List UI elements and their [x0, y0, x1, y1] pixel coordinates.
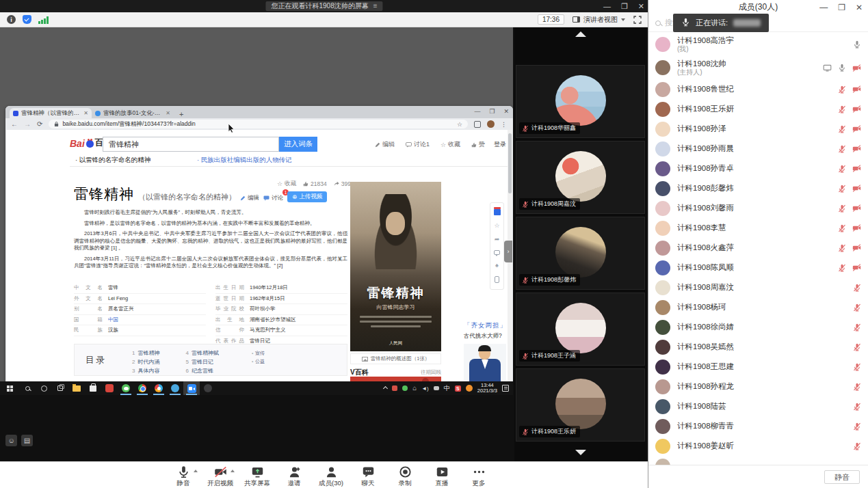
member-row[interactable]: 计科1908沈帅 (主持人) — [648, 56, 868, 79]
browser-tab[interactable]: 雷锋的故事01-文化-高清完整正...✕ — [92, 108, 174, 118]
member-row[interactable]: 计科1908火鑫萍 — [648, 238, 868, 258]
bookmark-star-icon[interactable]: ☆ — [457, 121, 462, 128]
tray-chevron-up-icon[interactable] — [383, 385, 388, 390]
browser-menu-icon[interactable]: ⋮ — [501, 121, 508, 128]
game-taskbar-icon[interactable] — [200, 381, 216, 395]
member-row[interactable]: 计科1908徐尚婧 — [648, 317, 868, 337]
leifeng-poster-image[interactable]: 雷锋精神 向雷锋同志学习 人民网 — [350, 182, 441, 351]
explorer-taskbar-icon[interactable] — [68, 381, 85, 395]
taskview-taskbar-icon[interactable] — [52, 381, 68, 395]
vbaike-more-link[interactable]: 往期回顾 — [421, 369, 441, 376]
toolbar-chat-button[interactable]: 聊天 — [352, 464, 384, 488]
toc-subitem[interactable]: 宣传 — [252, 350, 265, 357]
tray-wechat-icon[interactable] — [402, 385, 408, 391]
extensions-icon[interactable] — [474, 121, 481, 128]
profile-avatar[interactable] — [487, 120, 495, 128]
edit-button[interactable]: 编辑 — [240, 194, 259, 202]
windows-taskbar-icon[interactable] — [3, 381, 19, 395]
comment-icon[interactable] — [494, 250, 500, 255]
toolbar-invite-button[interactable]: 邀请 — [278, 464, 310, 488]
member-row[interactable]: 计科1908李慧 — [648, 218, 868, 238]
browser-taskbar-icon[interactable] — [150, 381, 167, 395]
baike-search-button[interactable]: 进入词条 — [279, 137, 317, 152]
member-row[interactable]: 计科1908孙雨晨 — [648, 139, 868, 159]
member-row[interactable]: 计科1908柳青青 — [648, 416, 868, 436]
member-row[interactable]: 计科1908姜赵昕 — [648, 436, 868, 456]
member-row[interactable]: 计科1908刘馨雨 — [648, 198, 868, 218]
scroll-down-arrow[interactable] — [575, 450, 586, 455]
toolbar-cam-off-red-button[interactable]: 开启视频 — [205, 464, 236, 488]
reload-icon[interactable]: ⟳ — [37, 120, 42, 128]
member-row[interactable]: 计科1908杨珂 — [648, 297, 868, 317]
tab-close-icon[interactable]: ✕ — [83, 110, 88, 116]
view-mode-selector[interactable]: 演讲者视图 — [573, 15, 625, 25]
toc-item[interactable]: 5雷锋日记 — [185, 358, 218, 366]
header-action[interactable]: 讨论1 — [406, 140, 430, 149]
member-row[interactable]: 计科1908陈凤顺 — [648, 258, 868, 277]
member-row[interactable]: 计科1908王乐妍 — [648, 99, 868, 119]
chevron-up-icon[interactable] — [231, 470, 235, 472]
video-tile[interactable]: 计科1908王子涵 — [516, 293, 645, 366]
meeting-taskbar-icon[interactable] — [183, 381, 200, 395]
banner-menu-icon[interactable]: ≡ — [373, 1, 378, 11]
toc-item[interactable]: 6纪念雷锋 — [185, 367, 218, 375]
header-action[interactable]: 编辑 — [375, 140, 395, 149]
toc-item[interactable]: 4雷锋精神赋 — [185, 349, 218, 357]
address-bar[interactable]: baike.baidu.com/item/雷锋精神/1034473?fr=ala… — [49, 120, 468, 128]
taskbar-clock[interactable]: 13:442021/3/3 — [477, 383, 497, 394]
info-icon[interactable]: i — [7, 15, 16, 24]
toolbar-share-screen-button[interactable]: 共享屏幕 — [241, 464, 273, 488]
store-taskbar-icon[interactable] — [85, 381, 101, 395]
tray-home-icon[interactable]: ⌂ — [412, 385, 417, 392]
toolbar-mic-button[interactable]: 静音 — [168, 464, 199, 488]
login-link[interactable]: 登录 — [494, 140, 506, 149]
video-tile[interactable]: 计科1908彭馨炜 — [516, 217, 645, 290]
tab-close-icon[interactable]: ✕ — [166, 110, 170, 116]
search-taskbar-icon[interactable] — [19, 381, 36, 395]
toolbar-members-button[interactable]: 成员(30) — [315, 464, 347, 488]
header-action[interactable]: ☆收藏 — [440, 140, 460, 149]
browser-minimize-icon[interactable]: — — [474, 108, 480, 115]
member-row[interactable]: 计科1908孙青卓 — [648, 159, 868, 178]
shield-icon[interactable] — [23, 15, 31, 24]
toc-item[interactable]: 2时代内涵 — [132, 358, 159, 366]
gift-icon[interactable] — [494, 209, 501, 215]
tray-antivirus-icon[interactable] — [392, 385, 397, 391]
music-taskbar-icon[interactable] — [101, 381, 118, 395]
chrome-taskbar-icon[interactable] — [134, 381, 150, 395]
disambig-other-link[interactable]: · 民族出版社编辑出版的人物传记 — [197, 156, 292, 165]
header-action[interactable]: 赞 — [471, 140, 485, 149]
toolbar-more-button[interactable]: 更多 — [463, 464, 495, 488]
fullscreen-icon[interactable] — [633, 16, 642, 24]
sidebar-collapse-tab[interactable]: › — [504, 241, 512, 262]
member-row[interactable]: 计科1908周嘉汶 — [648, 277, 868, 297]
share-icon[interactable]: ➦ — [495, 236, 500, 243]
phone-icon[interactable] — [495, 276, 499, 283]
video-tile[interactable]: 计科1908王乐妍 — [516, 368, 645, 442]
tray-bandwidth-icon[interactable] — [434, 386, 439, 390]
qq-taskbar-icon[interactable] — [167, 381, 183, 395]
notification-center-icon[interactable] — [502, 385, 509, 392]
member-row[interactable]: 计科1908陆芸 — [648, 396, 868, 416]
browser-close-icon[interactable]: ✕ — [503, 108, 509, 115]
bell-icon[interactable]: ♠ — [495, 262, 499, 269]
keyboard-button[interactable]: ▤ — [21, 435, 33, 446]
discuss-button[interactable]: 讨论1 — [263, 194, 283, 202]
mute-all-button[interactable]: 静音 — [824, 470, 860, 484]
watching-banner[interactable]: 您正在观看计科1908沈帅的屏幕 ≡ — [265, 1, 382, 11]
toc-subitem[interactable]: 公益 — [252, 358, 265, 365]
toc-item[interactable]: 3具体内容 — [132, 367, 159, 375]
upload-video-button[interactable]: ⊕ 上传视频 — [287, 191, 327, 202]
member-row[interactable]: 计科1908鲁世纪 — [648, 79, 868, 99]
emoji-button[interactable]: ☺ — [5, 435, 17, 446]
close-icon[interactable]: ✕ — [638, 2, 644, 11]
panel-minimize-icon[interactable]: — — [819, 3, 828, 12]
back-icon[interactable]: ← — [11, 120, 18, 128]
video-tile[interactable]: 计科1908华丽鑫 — [516, 65, 645, 138]
star-icon[interactable]: ☆ — [494, 223, 499, 229]
browser-maximize-icon[interactable]: ❐ — [489, 108, 495, 115]
minimize-icon[interactable]: — — [603, 2, 611, 10]
toolbar-record-button[interactable]: 录制 — [389, 464, 421, 488]
scroll-up-arrow[interactable] — [575, 31, 586, 37]
panel-maximize-icon[interactable]: ❐ — [838, 3, 845, 12]
